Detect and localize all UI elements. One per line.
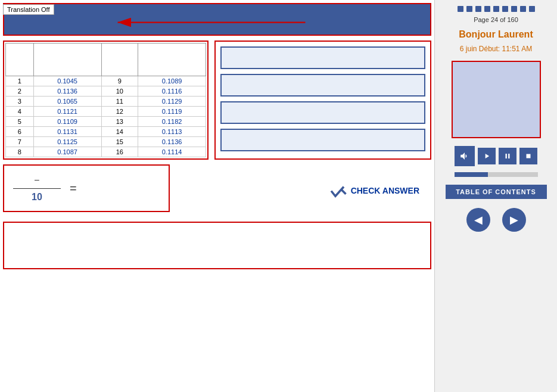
fraction-line [13,188,61,189]
cell-row2-col1: 2 [6,86,34,97]
header-bar [3,3,431,36]
check-answer-button[interactable]: CHECK ANSWER [327,181,419,201]
stop-button[interactable] [519,148,537,164]
dot-8 [520,6,526,12]
cell-row2-col2: 0.1136 [33,86,101,97]
cell-row1-col4: 0.1089 [138,76,206,86]
main-container: 1 0.1045 9 0.1089 2 0.1136 10 0.1116 3 0… [0,0,557,392]
fraction-denominator: 10 [32,192,42,203]
data-table: 1 0.1045 9 0.1089 2 0.1136 10 0.1116 3 0… [5,43,206,157]
image-placeholder [452,61,541,138]
data-section: 1 0.1045 9 0.1089 2 0.1136 10 0.1116 3 0… [3,41,431,160]
formula-section: – 10 = [3,164,170,212]
fraction-numerator: – [35,175,39,184]
cell-row7-col2: 0.1125 [33,137,101,147]
cell-row4-col3: 12 [101,107,138,117]
cell-row5-col3: 13 [101,117,138,127]
volume-icon [459,151,470,161]
cell-row3-col1: 3 [6,97,34,107]
page-indicator: Page 24 of 160 [474,16,518,23]
table-header-4 [138,43,206,76]
progress-track [455,172,538,177]
table-row: 3 0.1065 11 0.1129 [6,97,206,107]
pause-button[interactable] [499,148,516,164]
dot-9 [529,6,535,12]
cell-row5-col2: 0.1109 [33,117,101,127]
bottom-text-area [3,222,431,269]
cell-row2-col4: 0.1116 [138,86,206,97]
content-area: 1 0.1045 9 0.1089 2 0.1136 10 0.1116 3 0… [0,0,435,392]
play-button[interactable] [478,148,496,164]
dot-5 [493,6,499,12]
prev-button[interactable]: ◀ [466,208,490,232]
dot-3 [475,6,481,12]
dot-4 [484,6,490,12]
cell-row4-col1: 4 [6,107,34,117]
user-greeting: Bonjour Laurent [459,29,533,40]
volume-button[interactable] [455,146,475,166]
input-boxes-area [214,41,431,160]
cell-row7-col3: 15 [101,137,138,147]
cell-row5-col4: 0.1182 [138,117,206,127]
cell-row5-col1: 5 [6,117,34,127]
answer-input-2[interactable] [220,74,425,97]
table-row: 2 0.1136 10 0.1116 [6,86,206,97]
play-icon [483,152,491,160]
cell-row8-col4: 0.1114 [138,147,206,157]
cell-row4-col4: 0.1119 [138,107,206,117]
cell-row1-col3: 9 [101,76,138,86]
dot-6 [502,6,508,12]
table-row: 7 0.1125 15 0.1136 [6,137,206,147]
table-row: 4 0.1121 12 0.1119 [6,107,206,117]
cell-row7-col4: 0.1136 [138,137,206,147]
table-header-1 [6,43,34,76]
answer-input-1[interactable] [220,46,425,69]
pause-icon [503,152,512,160]
translation-off-button[interactable]: Translation Off [3,4,54,15]
stop-icon [524,152,533,160]
table-row: 5 0.1109 13 0.1182 [6,117,206,127]
answer-input-4[interactable] [220,129,425,151]
cell-row3-col3: 11 [101,97,138,107]
dot-7 [511,6,517,12]
cell-row8-col1: 8 [6,147,34,157]
cell-row4-col2: 0.1121 [33,107,101,117]
check-answer-area: CHECK ANSWER [327,181,431,201]
cell-row6-col3: 14 [101,127,138,137]
table-row: 8 0.1087 16 0.1114 [6,147,206,157]
cell-row8-col3: 16 [101,147,138,157]
cell-row6-col2: 0.1131 [33,127,101,137]
dot-2 [466,6,472,12]
cell-row1-col1: 1 [6,76,34,86]
answer-input-3[interactable] [220,101,425,124]
check-answer-label: CHECK ANSWER [351,186,419,195]
cell-row3-col4: 0.1129 [138,97,206,107]
table-header-3 [101,43,138,76]
checkmark-icon [327,181,348,201]
cell-row2-col3: 10 [101,86,138,97]
sidebar: Page 24 of 160 Bonjour Laurent 6 juin Dé… [435,0,557,392]
equals-sign: = [70,182,77,195]
dot-1 [458,6,463,12]
table-row: 6 0.1131 14 0.1113 [6,127,206,137]
next-button[interactable]: ▶ [502,208,526,232]
table-wrapper: 1 0.1045 9 0.1089 2 0.1136 10 0.1116 3 0… [3,41,209,160]
cell-row8-col2: 0.1087 [33,147,101,157]
table-header-2 [33,43,101,76]
cell-row3-col2: 0.1065 [33,97,101,107]
nav-buttons: ◀ ▶ [466,208,526,232]
page-dots [458,6,535,12]
table-row: 1 0.1045 9 0.1089 [6,76,206,86]
date-info: 6 juin Début: 11:51 AM [460,45,532,53]
toc-button[interactable]: TABLE OF CONTENTS [446,185,547,199]
progress-fill [455,172,488,177]
fraction: – 10 [13,175,61,203]
media-controls [455,146,537,166]
cell-row1-col2: 0.1045 [33,76,101,86]
cell-row6-col1: 6 [6,127,34,137]
cell-row7-col1: 7 [6,137,34,147]
cell-row6-col4: 0.1113 [138,127,206,137]
